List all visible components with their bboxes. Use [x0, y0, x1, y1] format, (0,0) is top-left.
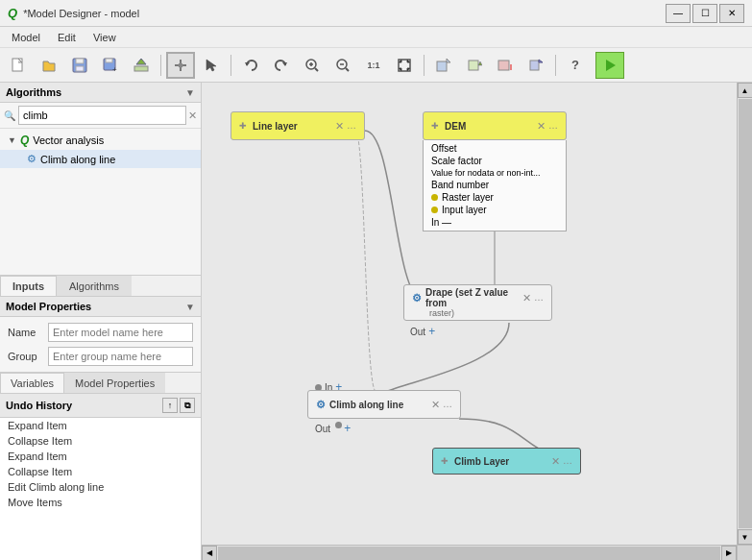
climb-label: Climb along line: [329, 400, 403, 410]
drape-gear-icon: ⚙: [412, 292, 422, 304]
undo-expand-btn[interactable]: ↑: [162, 398, 178, 413]
svg-line-16: [315, 68, 318, 71]
search-clear-icon[interactable]: ✕: [188, 110, 197, 122]
dem-param-in: In —: [424, 216, 566, 229]
param-band-label: Band number: [431, 180, 489, 190]
scroll-thumb-h[interactable]: [218, 547, 720, 560]
save-as-button[interactable]: +: [96, 52, 125, 79]
dem-close-icon[interactable]: ✕: [537, 120, 546, 133]
zoom-in-button[interactable]: [298, 52, 327, 79]
zoom-out-button[interactable]: [328, 52, 357, 79]
dem-params: Offset Scale factor Value for nodata or …: [423, 140, 567, 231]
run-button[interactable]: [595, 52, 624, 79]
algorithms-collapse-btn[interactable]: ▼: [185, 87, 195, 98]
undo-item-3[interactable]: Expand Item: [0, 449, 201, 464]
pan-button[interactable]: [166, 52, 195, 79]
algorithm-tree: ▼ Q Vector analysis ⚙ Climb along line: [0, 129, 201, 275]
param-scale-label: Scale factor: [431, 156, 482, 166]
algorithms-title: Algorithms: [6, 86, 61, 98]
open-button[interactable]: [35, 52, 63, 79]
climb-out-plus-icon: +: [344, 422, 351, 435]
dem-param-band: Band number: [424, 179, 566, 191]
maximize-button[interactable]: ☐: [692, 4, 717, 23]
climb-layer-menu-icon[interactable]: …: [563, 455, 572, 468]
menu-model[interactable]: Model: [4, 30, 48, 45]
node-line-layer[interactable]: ✚ Line layer ✕ …: [230, 111, 365, 140]
tab-inputs[interactable]: Inputs: [0, 276, 57, 296]
toolbar: + 1:1 ?: [0, 48, 752, 83]
param-input-label: Input layer: [442, 205, 487, 215]
climb-out-dot1: [335, 422, 342, 428]
scroll-right-btn[interactable]: ▶: [721, 546, 737, 561]
canvas-scrollbar-h[interactable]: ◀ ▶: [202, 545, 737, 560]
export2-button[interactable]: [460, 52, 489, 79]
raster-port-dot: [431, 194, 438, 201]
scroll-left-btn[interactable]: ◀: [202, 546, 217, 561]
svg-text:+: +: [112, 65, 117, 73]
drape-out-plus-icon: +: [428, 325, 435, 338]
undo-item-1[interactable]: Expand Item: [0, 418, 201, 433]
scroll-up-btn[interactable]: ▲: [738, 83, 753, 98]
redo-button[interactable]: [267, 52, 296, 79]
export3-button[interactable]: [491, 52, 520, 79]
undo-list: Expand Item Collapse Item Expand Item Co…: [0, 418, 201, 560]
drape-menu-icon[interactable]: …: [534, 292, 544, 304]
undo-float-btn[interactable]: ⧉: [180, 398, 195, 413]
node-drape[interactable]: ⚙ Drape (set Z value from ✕ … raster): [403, 284, 552, 321]
zoom-fit-button[interactable]: [390, 52, 419, 79]
svg-rect-21: [437, 61, 447, 71]
menu-bar: Model Edit View: [0, 27, 752, 48]
select-button[interactable]: [197, 52, 226, 79]
save-button[interactable]: [65, 52, 94, 79]
climb-layer-close-icon[interactable]: ✕: [551, 455, 560, 468]
drape-close-icon[interactable]: ✕: [522, 292, 531, 304]
dem-menu-icon[interactable]: …: [548, 120, 558, 133]
svg-marker-11: [245, 62, 250, 66]
menu-edit[interactable]: Edit: [50, 30, 84, 45]
tree-group-vector-analysis[interactable]: ▼ Q Vector analysis: [0, 131, 201, 150]
climb-close-icon[interactable]: ✕: [431, 399, 440, 411]
svg-marker-24: [478, 61, 482, 65]
model-props-body: Name Group: [0, 317, 201, 372]
node-dem[interactable]: ✚ DEM ✕ …: [423, 111, 567, 140]
canvas-inner: ✚ Line layer ✕ … ✚ DEM ✕ …: [202, 83, 737, 545]
tree-child-climb-along-line[interactable]: ⚙ Climb along line: [0, 150, 201, 168]
algorithms-header: Algorithms ▼: [0, 83, 201, 103]
scroll-thumb-v[interactable]: [739, 99, 752, 528]
tab-variables[interactable]: Variables: [0, 373, 64, 393]
minimize-button[interactable]: —: [666, 4, 691, 23]
undo-item-2[interactable]: Collapse Item: [0, 433, 201, 449]
line-layer-close-icon[interactable]: ✕: [335, 120, 344, 133]
undo-button[interactable]: [236, 52, 265, 79]
new-button[interactable]: [4, 52, 33, 79]
node-climb-along-line[interactable]: ⚙ Climb along line ✕ …: [307, 390, 461, 419]
model-props-collapse-btn[interactable]: ▼: [185, 302, 195, 312]
tab-model-properties[interactable]: Model Properties: [64, 373, 165, 393]
zoom-100-button[interactable]: 1:1: [359, 52, 388, 79]
search-input[interactable]: [18, 106, 186, 125]
climb-layer-label: Climb Layer: [454, 456, 509, 467]
export1-button[interactable]: [429, 52, 458, 79]
name-row: Name: [8, 323, 193, 342]
menu-view[interactable]: View: [85, 30, 124, 45]
close-button[interactable]: ✕: [719, 4, 744, 23]
scroll-down-btn[interactable]: ▼: [738, 529, 753, 545]
climb-out-row: Out +: [315, 422, 351, 435]
node-climb-layer[interactable]: ✚ Climb Layer ✕ …: [432, 448, 581, 475]
undo-item-4[interactable]: Collapse Item: [0, 464, 201, 479]
undo-item-6[interactable]: Move Items: [0, 495, 201, 510]
canvas-area[interactable]: ✚ Line layer ✕ … ✚ DEM ✕ …: [202, 83, 752, 560]
climb-menu-icon[interactable]: …: [443, 399, 452, 411]
group-input[interactable]: [48, 347, 193, 366]
export4-button[interactable]: [522, 52, 550, 79]
help-button[interactable]: ?: [561, 52, 590, 79]
drape-label: Drape (set Z value from: [425, 287, 522, 308]
svg-marker-12: [282, 62, 287, 66]
line-layer-menu-icon[interactable]: …: [347, 120, 356, 133]
load-button[interactable]: [127, 52, 156, 79]
name-input[interactable]: [48, 323, 193, 342]
canvas-scrollbar-v[interactable]: ▲ ▼: [737, 83, 752, 545]
undo-item-5[interactable]: Edit Climb along line: [0, 479, 201, 495]
svg-marker-27: [606, 60, 616, 71]
tab-algorithms[interactable]: Algorithms: [57, 276, 132, 296]
